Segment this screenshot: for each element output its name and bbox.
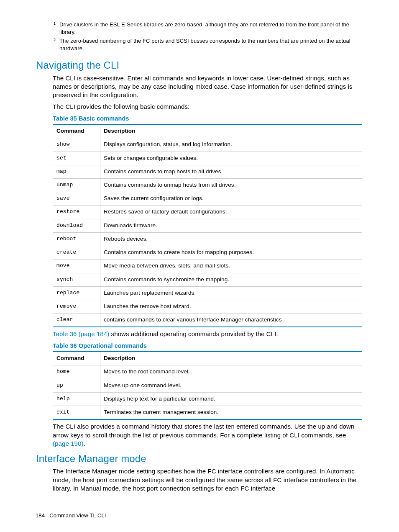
link-table36[interactable]: Table 36 (page 184) xyxy=(53,330,109,337)
footer-label: Command View TL CLI xyxy=(49,512,106,519)
cell-command: create xyxy=(53,246,100,260)
cell-description: Move media between drives, slots, and ma… xyxy=(100,260,362,273)
heading-interface-manager-mode: Interface Manager mode xyxy=(36,452,362,465)
table-row: showDisplays configuration, status, and … xyxy=(53,138,362,152)
cell-command: map xyxy=(53,165,100,178)
cell-description: Contains commands to create hosts for ma… xyxy=(100,246,362,260)
cell-description: Reboots devices. xyxy=(100,232,362,246)
footnotes-block: 1 Drive clusters in the ESL E-Series lib… xyxy=(54,21,362,52)
table-row: removeLaunches the remove host wizard. xyxy=(53,300,362,313)
table-row: setSets or changes configurable values. xyxy=(53,152,362,165)
footnote-num: 1 xyxy=(54,21,56,26)
table-row: downloadDownloads firmware. xyxy=(53,219,362,232)
table-row: moveMove media between drives, slots, an… xyxy=(53,260,362,273)
cell-description: Launches part replacement wizards. xyxy=(100,286,362,300)
text: . xyxy=(84,440,85,447)
cell-description: Contains commands to unmap hosts from al… xyxy=(100,179,362,192)
paragraph: Table 36 (page 184) shows additional ope… xyxy=(53,330,362,338)
cell-description: Downloads firmware. xyxy=(100,219,362,232)
cell-command: reboot xyxy=(53,232,100,246)
table-row: rebootReboots devices. xyxy=(53,232,362,246)
cell-command: unmap xyxy=(53,179,100,192)
table-row: helpDisplays help text for a particular … xyxy=(53,392,362,406)
cell-description: Contains commands to map hosts to all dr… xyxy=(100,165,362,178)
cell-description: contains commands to clear various Inter… xyxy=(100,314,362,327)
table-row: synchContains commands to synchronize th… xyxy=(53,273,362,286)
cell-description: Displays configuration, status, and log … xyxy=(100,138,362,152)
cell-description: Contains commands to synchronize the map… xyxy=(100,273,362,286)
th-command: Command xyxy=(53,124,100,138)
section-ifm-body: The Interface Manager mode setting speci… xyxy=(53,467,362,493)
table-row: mapContains commands to map hosts to all… xyxy=(53,165,362,178)
cell-description: Restores saved or factory default config… xyxy=(100,206,362,219)
cell-command: up xyxy=(53,379,100,392)
cell-command: clear xyxy=(53,314,100,327)
cell-description: Displays help text for a particular comm… xyxy=(100,392,362,406)
link-page-190[interactable]: (page 190) xyxy=(53,440,84,447)
cell-command: home xyxy=(53,365,100,379)
cell-command: synch xyxy=(53,273,100,286)
table35-caption: Table 35 Basic commands xyxy=(53,115,362,123)
cell-description: Moves to the root command level. xyxy=(100,365,362,379)
cell-command: replace xyxy=(53,286,100,300)
table-row: exitTerminates the current management se… xyxy=(53,406,362,420)
section-nav-cli-body: The CLI is case-sensitive. Enter all com… xyxy=(53,74,362,448)
table-row: homeMoves to the root command level. xyxy=(53,365,362,379)
cell-command: exit xyxy=(53,406,100,420)
footnote-1: 1 Drive clusters in the ESL E-Series lib… xyxy=(54,21,362,36)
page-number: 184 xyxy=(36,512,45,519)
footnote-num: 2 xyxy=(54,37,56,42)
text: shows additional operating commands prov… xyxy=(109,330,278,337)
footnote-2: 2 The zero-based numbering of the FC por… xyxy=(54,37,362,52)
paragraph: The CLI is case-sensitive. Enter all com… xyxy=(53,74,362,100)
cell-description: Moves up one command level. xyxy=(100,379,362,392)
table-row: unmapContains commands to unmap hosts fr… xyxy=(53,179,362,192)
cell-command: set xyxy=(53,152,100,165)
table35-basic-commands: Command Description showDisplays configu… xyxy=(53,124,362,327)
th-description: Description xyxy=(100,124,362,138)
cell-command: help xyxy=(53,392,100,406)
table-row: createContains commands to create hosts … xyxy=(53,246,362,260)
heading-navigating-cli: Navigating the CLI xyxy=(36,59,362,72)
table36-operational-commands: Command Description homeMoves to the roo… xyxy=(53,351,362,420)
paragraph: The CLI also provides a command history … xyxy=(53,422,362,448)
table-row: upMoves up one command level. xyxy=(53,379,362,392)
page-footer: 184 Command View TL CLI xyxy=(36,512,362,519)
th-description: Description xyxy=(100,352,362,365)
text: The CLI also provides a command history … xyxy=(53,423,354,438)
table-row: restoreRestores saved or factory default… xyxy=(53,206,362,219)
cell-description: Sets or changes configurable values. xyxy=(100,152,362,165)
table-row: replaceLaunches part replacement wizards… xyxy=(53,286,362,300)
table-row: clearcontains commands to clear various … xyxy=(53,314,362,327)
paragraph: The Interface Manager mode setting speci… xyxy=(53,467,362,493)
cell-command: remove xyxy=(53,300,100,313)
th-command: Command xyxy=(53,352,100,365)
cell-command: download xyxy=(53,219,100,232)
cell-description: Launches the remove host wizard. xyxy=(100,300,362,313)
cell-description: Saves the current configuration or logs. xyxy=(100,192,362,206)
cell-command: move xyxy=(53,260,100,273)
cell-command: restore xyxy=(53,206,100,219)
footnote-text: The zero-based numbering of the FC ports… xyxy=(59,38,350,51)
cell-command: save xyxy=(53,192,100,206)
footnote-text: Drive clusters in the ESL E-Series libra… xyxy=(59,21,349,35)
table-row: saveSaves the current configuration or l… xyxy=(53,192,362,206)
cell-command: show xyxy=(53,138,100,152)
cell-description: Terminates the current management sessio… xyxy=(100,406,362,420)
paragraph: The CLI provides the following basic com… xyxy=(53,103,362,111)
table36-caption: Table 36 Operational commands xyxy=(53,342,362,350)
